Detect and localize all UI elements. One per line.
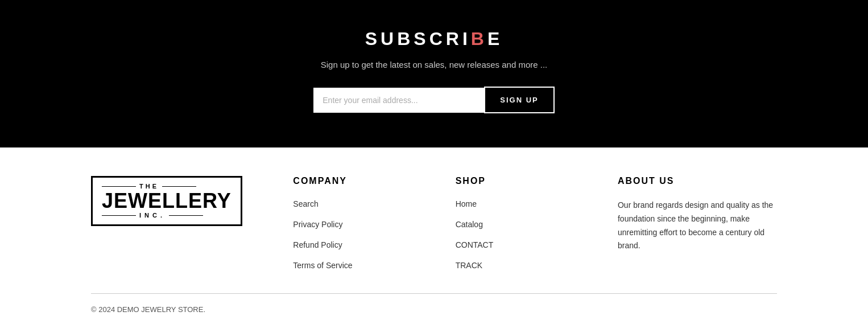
shop-links: Home Catalog CONTACT TRACK [456,199,547,270]
subscribe-title: SUBSCRIBE [11,28,857,50]
company-links: Search Privacy Policy Refund Policy Term… [293,199,384,270]
logo-jewellery: JEWELLERY [102,190,232,212]
logo-box: THE JEWELLERY INC. [91,176,242,226]
company-title: COMPANY [293,176,384,186]
list-item: Catalog [456,219,547,229]
list-item: CONTACT [456,240,547,250]
subscribe-subtitle: Sign up to get the latest on sales, new … [11,60,857,69]
shop-title: SHOP [456,176,547,186]
about-title: ABOUT US [618,176,777,186]
footer-copyright: © 2024 DEMO JEWELRY STORE. [91,294,777,314]
logo-inc: INC. [102,212,232,219]
footer-shop-column: SHOP Home Catalog CONTACT TRACK [456,176,547,270]
shop-link-catalog[interactable]: Catalog [456,220,483,229]
list-item: Home [456,199,547,209]
company-link-privacy[interactable]: Privacy Policy [293,220,342,229]
list-item: Privacy Policy [293,219,384,229]
footer-about-column: ABOUT US Our brand regards design and qu… [618,176,777,253]
list-item: Refund Policy [293,240,384,250]
shop-link-contact[interactable]: CONTACT [456,240,494,249]
company-link-refund[interactable]: Refund Policy [293,240,342,249]
email-input[interactable] [313,88,484,113]
footer-logo: THE JEWELLERY INC. [91,176,222,226]
list-item: Search [293,199,384,209]
list-item: TRACK [456,260,547,270]
company-link-terms[interactable]: Terms of Service [293,261,352,270]
subscribe-title-highlight: B [471,28,487,49]
footer-section: THE JEWELLERY INC. COMPANY Search Privac… [0,147,868,328]
about-text: Our brand regards design and quality as … [618,199,777,253]
shop-link-track[interactable]: TRACK [456,261,482,270]
subscribe-section: SUBSCRIBE Sign up to get the latest on s… [0,0,868,147]
sign-up-button[interactable]: SIGN UP [484,87,554,113]
subscribe-form: SIGN UP [11,87,857,113]
list-item: Terms of Service [293,260,384,270]
footer-content: THE JEWELLERY INC. COMPANY Search Privac… [91,176,777,294]
company-link-search[interactable]: Search [293,199,318,208]
shop-link-home[interactable]: Home [456,199,477,208]
footer-company-column: COMPANY Search Privacy Policy Refund Pol… [293,176,384,270]
